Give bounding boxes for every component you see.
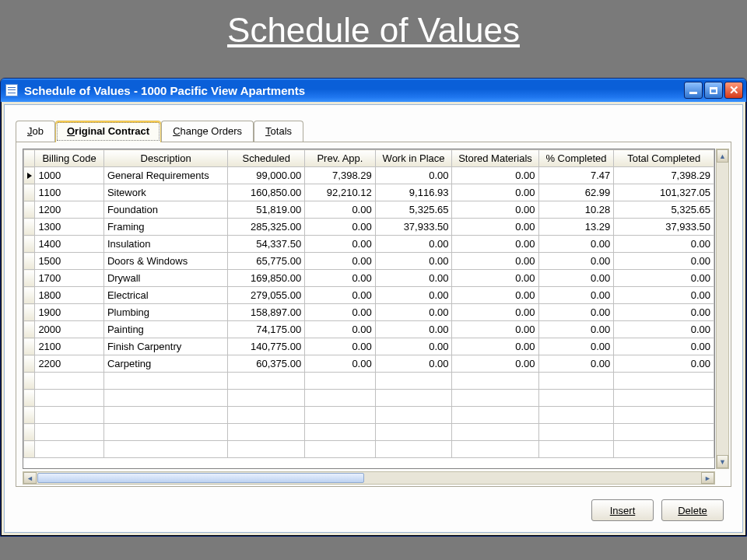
cell[interactable] [305, 441, 376, 458]
cell[interactable]: 2100 [35, 338, 103, 355]
cell[interactable]: 99,000.00 [228, 167, 305, 184]
cell[interactable]: 0.00 [375, 321, 452, 338]
row-header[interactable] [24, 390, 35, 407]
col-header[interactable]: Scheduled [228, 150, 305, 167]
cell[interactable] [375, 390, 452, 407]
cell[interactable]: 0.00 [305, 321, 376, 338]
cell[interactable]: 0.00 [375, 287, 452, 304]
row-header[interactable] [24, 201, 35, 219]
cell[interactable] [452, 390, 538, 407]
cell[interactable] [305, 390, 376, 407]
cell[interactable]: 0.00 [375, 338, 452, 355]
cell[interactable]: 1800 [35, 287, 103, 304]
table-row[interactable]: 1400Insulation54,337.500.000.000.000.000… [24, 236, 714, 253]
scroll-up-button[interactable]: ▲ [717, 149, 728, 163]
table-row-empty[interactable] [24, 407, 714, 424]
cell[interactable]: 285,325.00 [228, 219, 305, 236]
cell[interactable] [228, 390, 305, 407]
table-row-empty[interactable] [24, 373, 714, 390]
cell[interactable]: Drywall [103, 270, 227, 287]
cell[interactable]: 0.00 [538, 253, 614, 270]
cell[interactable] [614, 424, 714, 441]
cell[interactable] [35, 373, 103, 390]
cell[interactable] [103, 441, 227, 458]
col-header[interactable]: Total Completed [614, 150, 714, 167]
cell[interactable]: Carpeting [103, 355, 227, 373]
cell[interactable] [452, 441, 538, 458]
cell[interactable] [538, 407, 614, 424]
cell[interactable]: 0.00 [452, 338, 538, 355]
cell[interactable]: 1900 [35, 304, 103, 321]
cell[interactable] [375, 424, 452, 441]
cell[interactable]: 0.00 [614, 338, 714, 355]
row-header[interactable] [24, 167, 35, 184]
cell[interactable]: 0.00 [452, 167, 538, 184]
table-row-empty[interactable] [24, 441, 714, 458]
cell[interactable]: 92,210.12 [305, 184, 376, 201]
cell[interactable]: 0.00 [614, 355, 714, 373]
cell[interactable]: 0.00 [305, 219, 376, 236]
table-row[interactable]: 2000Painting74,175.000.000.000.000.000.0… [24, 321, 714, 338]
minimize-button[interactable] [684, 82, 703, 99]
cell[interactable] [614, 390, 714, 407]
cell[interactable]: 10.28 [538, 201, 614, 219]
cell[interactable] [614, 373, 714, 390]
cell[interactable]: 1200 [35, 201, 103, 219]
cell[interactable]: 101,327.05 [614, 184, 714, 201]
cell[interactable]: 0.00 [614, 236, 714, 253]
row-header[interactable] [24, 304, 35, 321]
cell[interactable]: 0.00 [375, 167, 452, 184]
cell[interactable]: 60,375.00 [228, 355, 305, 373]
cell[interactable]: 74,175.00 [228, 321, 305, 338]
scroll-thumb[interactable] [37, 473, 364, 483]
cell[interactable]: 0.00 [614, 287, 714, 304]
cell[interactable]: 13.29 [538, 219, 614, 236]
table-row[interactable]: 1200Foundation51,819.000.005,325.650.001… [24, 201, 714, 219]
row-header[interactable] [24, 287, 35, 304]
col-header[interactable]: Billing Code [35, 150, 103, 167]
cell[interactable]: 5,325.65 [614, 201, 714, 219]
row-header[interactable] [24, 270, 35, 287]
cell[interactable]: 1500 [35, 253, 103, 270]
cell[interactable] [375, 373, 452, 390]
cell[interactable] [375, 407, 452, 424]
row-header[interactable] [24, 253, 35, 270]
table-row[interactable]: 1000General Requirements99,000.007,398.2… [24, 167, 714, 184]
cell[interactable]: Doors & Windows [103, 253, 227, 270]
row-header[interactable] [24, 407, 35, 424]
cell[interactable]: Electrical [103, 287, 227, 304]
cell[interactable] [452, 373, 538, 390]
cell[interactable]: 0.00 [305, 201, 376, 219]
col-header[interactable]: Prev. App. [305, 150, 376, 167]
horizontal-scrollbar[interactable]: ◄ ► [23, 471, 715, 485]
table-row[interactable]: 1800Electrical279,055.000.000.000.000.00… [24, 287, 714, 304]
cell[interactable]: 0.00 [614, 304, 714, 321]
cell[interactable]: 2200 [35, 355, 103, 373]
cell[interactable] [228, 441, 305, 458]
cell[interactable] [103, 390, 227, 407]
cell[interactable]: Painting [103, 321, 227, 338]
cell[interactable]: 0.00 [305, 287, 376, 304]
cell[interactable]: 160,850.00 [228, 184, 305, 201]
cell[interactable]: 62.99 [538, 184, 614, 201]
cell[interactable]: 0.00 [375, 304, 452, 321]
cell[interactable]: 0.00 [452, 270, 538, 287]
cell[interactable]: 0.00 [452, 321, 538, 338]
cell[interactable]: 0.00 [305, 304, 376, 321]
cell[interactable]: 0.00 [305, 355, 376, 373]
row-header[interactable] [24, 355, 35, 373]
titlebar[interactable]: Schedule of Values - 1000 Pacific View A… [1, 79, 746, 102]
cell[interactable]: 0.00 [375, 236, 452, 253]
cell[interactable]: 1100 [35, 184, 103, 201]
cell[interactable]: 0.00 [452, 219, 538, 236]
cell[interactable]: 9,116.93 [375, 184, 452, 201]
cell[interactable]: 0.00 [452, 236, 538, 253]
cell[interactable]: 37,933.50 [614, 219, 714, 236]
cell[interactable]: 0.00 [614, 270, 714, 287]
cell[interactable]: Sitework [103, 184, 227, 201]
cell[interactable] [305, 373, 376, 390]
cell[interactable] [452, 407, 538, 424]
tab-original-contract[interactable]: Original Contract [55, 121, 161, 142]
cell[interactable] [228, 424, 305, 441]
cell[interactable]: Framing [103, 219, 227, 236]
